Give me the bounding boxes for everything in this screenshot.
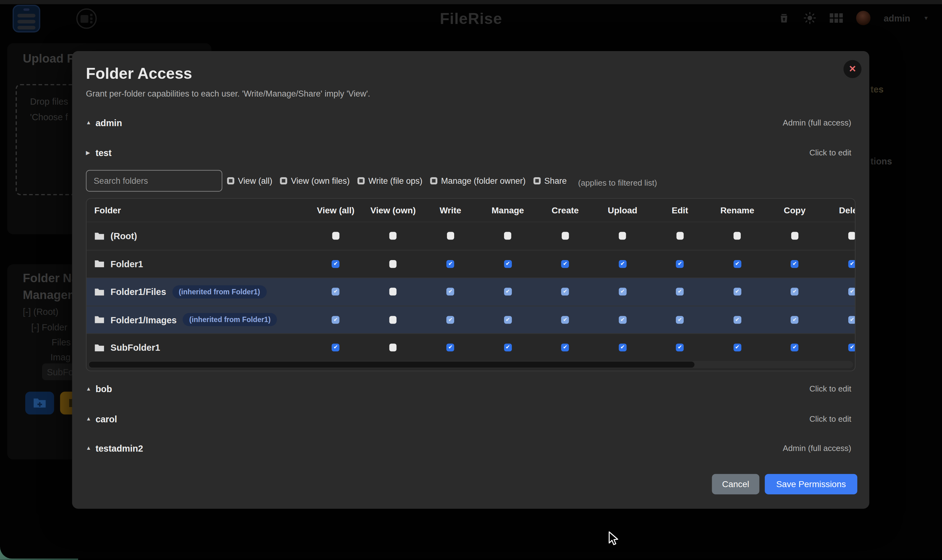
checkbox-view-own[interactable] xyxy=(389,288,397,295)
checkbox-delete[interactable]: ✔ xyxy=(848,260,856,268)
checkbox-upload[interactable]: ✔ xyxy=(619,316,626,324)
checkbox-rename[interactable]: ✔ xyxy=(733,344,741,352)
filter-checkbox[interactable] xyxy=(280,177,287,185)
permission-cell: ✔ xyxy=(766,288,823,295)
checkbox-upload[interactable] xyxy=(619,232,626,240)
user-menu-label[interactable]: admin xyxy=(884,13,910,23)
filter-write[interactable]: Write (file ops) xyxy=(358,176,422,186)
permission-cell xyxy=(651,232,709,240)
permission-cell: ✔ xyxy=(823,316,856,324)
cancel-button[interactable]: Cancel xyxy=(712,474,759,495)
checkbox-rename[interactable]: ✔ xyxy=(733,288,741,295)
checkbox-manage[interactable] xyxy=(504,232,511,240)
checkbox-upload[interactable]: ✔ xyxy=(619,288,626,295)
checkbox-edit[interactable]: ✔ xyxy=(676,260,684,268)
checkbox-create[interactable] xyxy=(562,232,569,240)
titlebar-strip xyxy=(0,0,942,4)
table-row: Folder1 ✔✔✔✔✔✔✔✔✔ xyxy=(86,249,855,277)
filter-view-own[interactable]: View (own files) xyxy=(280,176,349,186)
tree-item-subfolder1[interactable]: SubFo xyxy=(47,367,73,377)
tree-item-files[interactable]: Files xyxy=(52,337,71,347)
filter-manage[interactable]: Manage (folder owner) xyxy=(430,176,525,186)
permission-cell: ✔ xyxy=(422,316,479,324)
create-folder-button[interactable] xyxy=(25,391,54,414)
expand-arrow-icon[interactable]: ▶ xyxy=(86,149,95,155)
checkbox-view-all[interactable]: ✔ xyxy=(332,344,340,352)
checkbox-manage[interactable]: ✔ xyxy=(504,260,512,268)
checkbox-write[interactable] xyxy=(447,232,454,240)
permission-cell: ✔ xyxy=(766,344,823,352)
checkbox-copy[interactable] xyxy=(791,232,798,240)
tree-item-root[interactable]: [-] (Root) xyxy=(23,306,58,317)
user-name: carol xyxy=(95,414,117,424)
permission-cell: ✔ xyxy=(307,260,364,268)
checkbox-edit[interactable]: ✔ xyxy=(676,316,684,324)
checkbox-delete[interactable]: ✔ xyxy=(848,288,856,295)
checkbox-view-own[interactable] xyxy=(389,344,397,352)
checkbox-edit[interactable]: ✔ xyxy=(676,344,684,352)
apps-grid-icon[interactable] xyxy=(830,13,843,23)
checkbox-delete[interactable]: ✔ xyxy=(848,316,856,324)
filter-checkbox[interactable] xyxy=(533,177,540,185)
checkbox-create[interactable]: ✔ xyxy=(561,288,569,295)
checkbox-create[interactable]: ✔ xyxy=(561,316,569,324)
filter-checkbox[interactable] xyxy=(430,177,437,185)
search-input[interactable] xyxy=(86,170,222,192)
tree-item-folder1[interactable]: [-] Folder xyxy=(31,322,67,332)
checkbox-copy[interactable]: ✔ xyxy=(791,260,798,268)
filter-view-all[interactable]: View (all) xyxy=(227,176,272,186)
user-row-admin[interactable]: ▲ admin Admin (full access) xyxy=(86,116,851,129)
checkbox-rename[interactable] xyxy=(734,232,741,240)
filter-checkbox[interactable] xyxy=(358,177,365,185)
checkbox-copy[interactable]: ✔ xyxy=(791,344,798,352)
filter-checkbox[interactable] xyxy=(227,177,234,185)
close-icon[interactable]: ✕ xyxy=(843,60,862,78)
checkbox-upload[interactable]: ✔ xyxy=(619,344,626,352)
folder-name: (Root) xyxy=(111,231,137,241)
checkbox-delete[interactable] xyxy=(848,232,856,240)
checkbox-view-all[interactable]: ✔ xyxy=(332,288,340,295)
checkbox-view-all[interactable]: ✔ xyxy=(332,260,340,268)
checkbox-manage[interactable]: ✔ xyxy=(504,344,512,352)
user-row-carol[interactable]: ▲ carol Click to edit xyxy=(86,412,851,425)
folder-access-modal: ✕ Folder Access Grant per-folder capabil… xyxy=(72,51,869,509)
checkbox-view-all[interactable]: ✔ xyxy=(332,316,340,324)
checkbox-rename[interactable]: ✔ xyxy=(733,316,741,324)
checkbox-edit[interactable] xyxy=(676,232,683,240)
avatar[interactable] xyxy=(856,11,870,25)
permission-cell: ✔ xyxy=(651,344,709,352)
checkbox-write[interactable]: ✔ xyxy=(446,316,454,324)
checkbox-write[interactable]: ✔ xyxy=(446,288,454,295)
checkbox-copy[interactable]: ✔ xyxy=(791,288,798,295)
expand-arrow-icon[interactable]: ▲ xyxy=(86,120,95,126)
checkbox-view-own[interactable] xyxy=(389,260,397,268)
theme-sun-icon[interactable] xyxy=(803,12,816,25)
user-row-test[interactable]: ▶ test Click to edit xyxy=(86,146,851,159)
checkbox-edit[interactable]: ✔ xyxy=(676,288,684,295)
checkbox-copy[interactable]: ✔ xyxy=(791,316,798,324)
checkbox-view-all[interactable] xyxy=(332,232,339,240)
checkbox-view-own[interactable] xyxy=(389,316,397,324)
checkbox-write[interactable]: ✔ xyxy=(446,344,454,352)
checkbox-upload[interactable]: ✔ xyxy=(619,260,626,268)
caret-down-icon[interactable]: ▼ xyxy=(923,15,929,21)
checkbox-view-own[interactable] xyxy=(389,232,397,240)
expand-arrow-icon[interactable]: ▲ xyxy=(86,386,95,391)
trash-restore-icon[interactable] xyxy=(778,12,790,24)
expand-arrow-icon[interactable]: ▲ xyxy=(86,445,95,451)
checkbox-delete[interactable]: ✔ xyxy=(848,344,856,352)
checkbox-write[interactable]: ✔ xyxy=(446,260,454,268)
checkbox-rename[interactable]: ✔ xyxy=(733,260,741,268)
checkbox-manage[interactable]: ✔ xyxy=(504,316,512,324)
filter-share[interactable]: Share xyxy=(533,176,566,186)
user-row-testadmin2[interactable]: ▲ testadmin2 Admin (full access) xyxy=(86,442,851,454)
horizontal-scrollbar[interactable] xyxy=(88,361,853,368)
checkbox-create[interactable]: ✔ xyxy=(561,344,569,352)
checkbox-create[interactable]: ✔ xyxy=(561,260,569,268)
checkbox-manage[interactable]: ✔ xyxy=(504,288,512,295)
expand-arrow-icon[interactable]: ▲ xyxy=(86,416,95,422)
save-permissions-button[interactable]: Save Permissions xyxy=(765,474,857,495)
user-row-bob[interactable]: ▲ bob Click to edit xyxy=(86,382,851,395)
tree-item-images[interactable]: Imag xyxy=(51,352,71,362)
scrollbar-thumb[interactable] xyxy=(89,362,694,368)
